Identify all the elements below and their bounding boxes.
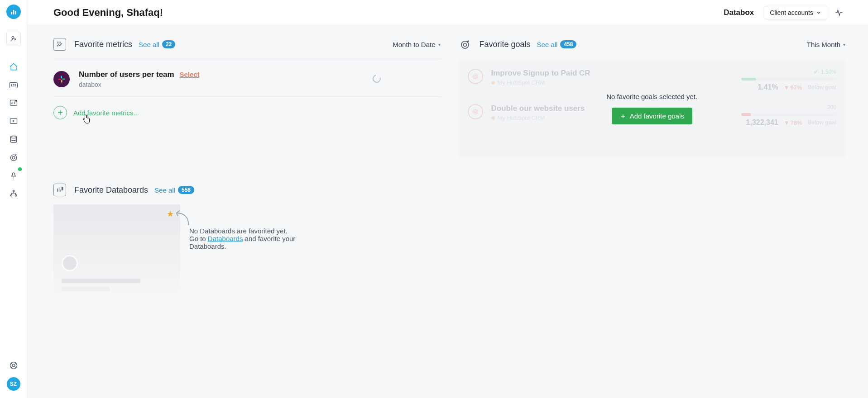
- plus-icon: [620, 113, 626, 119]
- svg-rect-0: [11, 12, 12, 14]
- svg-rect-26: [62, 187, 63, 188]
- curved-arrow-icon: [175, 207, 191, 227]
- topbar: Good Evening, Shafaq! Databox Client acc…: [27, 0, 868, 25]
- app-logo[interactable]: [6, 5, 21, 19]
- databoards-link[interactable]: Databoards: [208, 235, 243, 242]
- brand-name: Databox: [724, 8, 754, 17]
- client-account-select[interactable]: Client accounts: [764, 6, 827, 19]
- favorite-goals-period-label: This Month: [807, 41, 840, 48]
- svg-point-8: [10, 155, 16, 161]
- metrics-header-icon: 123: [56, 40, 64, 48]
- target-icon: [9, 153, 18, 162]
- databoard-placeholder-card[interactable]: ★: [53, 204, 180, 299]
- svg-rect-19: [58, 79, 61, 80]
- bar-chart-icon: [10, 8, 17, 15]
- favorite-metrics-period-select[interactable]: Month to Date ▾: [393, 41, 440, 48]
- favorite-databoards-see-all-label: See all: [154, 186, 175, 194]
- favorite-databoards-icon: [53, 184, 66, 196]
- svg-rect-16: [61, 76, 62, 79]
- sidebar-item-accounts[interactable]: [6, 32, 21, 46]
- star-icon: ★: [167, 209, 174, 219]
- database-icon: [9, 135, 18, 144]
- favorite-metrics-period-label: Month to Date: [393, 41, 435, 48]
- favorite-databoards-title: Favorite Databoards: [74, 185, 148, 195]
- databoards-empty-message: No Databoards are favorited yet. Go to D…: [189, 204, 325, 250]
- bell-icon: [9, 171, 18, 180]
- plus-circle-icon: +: [53, 106, 67, 119]
- svg-rect-27: [62, 189, 63, 190]
- lifebuoy-icon: [9, 361, 18, 370]
- user-avatar[interactable]: SZ: [7, 377, 20, 391]
- favorite-goals-icon: [459, 38, 471, 51]
- favorite-databoards-count: 558: [178, 186, 194, 194]
- main-content: 123 Favorite metrics See all 22 Month to…: [27, 25, 868, 398]
- pulse-icon: [834, 8, 844, 17]
- sidebar-item-metrics[interactable]: 123: [6, 78, 21, 92]
- add-favorite-metrics-button[interactable]: + Add favorite metrics...: [53, 106, 139, 119]
- user-transfer-icon: [10, 35, 18, 43]
- svg-text:123: 123: [57, 41, 61, 44]
- favorite-metrics-title: Favorite metrics: [74, 40, 132, 49]
- svg-point-11: [10, 195, 12, 196]
- add-favorite-goals-button[interactable]: Add favorite goals: [612, 108, 692, 124]
- svg-point-14: [12, 364, 15, 367]
- favorite-metrics-header: 123 Favorite metrics See all 22 Month to…: [53, 38, 441, 51]
- svg-point-10: [13, 190, 14, 192]
- org-chart-icon: [9, 189, 18, 198]
- svg-point-12: [15, 195, 16, 196]
- metrics-badge-icon: 123: [9, 82, 18, 88]
- metric-title: Number of users per team: [79, 70, 174, 79]
- slack-icon: [53, 71, 70, 87]
- svg-rect-2: [15, 11, 16, 14]
- favorite-goals-count: 458: [560, 40, 576, 48]
- svg-point-9: [12, 156, 15, 159]
- favorite-goals-empty-overlay: No favorite goals selected yet. Add favo…: [459, 59, 846, 158]
- play-screen-icon: [9, 117, 18, 126]
- favorite-databoards-see-all[interactable]: See all 558: [154, 186, 194, 194]
- sidebar-item-reports[interactable]: [6, 114, 21, 128]
- chart-grid-icon: [56, 186, 64, 194]
- favorite-goals-empty-text: No favorite goals selected yet.: [606, 93, 697, 100]
- favorite-goals-see-all-label: See all: [537, 41, 558, 48]
- chevron-down-icon: ▾: [843, 42, 845, 47]
- activity-button[interactable]: [833, 6, 845, 19]
- favorite-goals-title: Favorite goals: [480, 40, 531, 49]
- sidebar-item-databoards[interactable]: [6, 96, 21, 110]
- favorite-metrics-see-all[interactable]: See all 22: [139, 40, 175, 48]
- databoards-empty-line1: No Databoards are favorited yet.: [189, 227, 325, 235]
- sidebar-item-home[interactable]: [6, 60, 21, 74]
- target-icon: [460, 39, 470, 50]
- client-account-select-label: Client accounts: [770, 9, 813, 16]
- svg-point-3: [12, 37, 14, 39]
- sidebar: 123 SZ: [0, 0, 27, 398]
- add-favorite-goals-label: Add favorite goals: [630, 112, 684, 120]
- databoards-empty-line2a: Go to: [189, 235, 208, 242]
- loading-spinner-icon: [373, 75, 382, 84]
- svg-point-5: [15, 100, 17, 102]
- sidebar-item-team[interactable]: [6, 186, 21, 201]
- metric-source: databox: [79, 81, 200, 88]
- metric-select-link[interactable]: Select: [180, 71, 200, 78]
- chevron-down-icon: ▾: [438, 42, 441, 47]
- favorite-metrics-icon: 123: [53, 38, 66, 51]
- avatar-placeholder-icon: [62, 255, 78, 271]
- sidebar-item-notifications[interactable]: [6, 168, 21, 183]
- favorite-goals-period-select[interactable]: This Month ▾: [807, 41, 845, 48]
- svg-rect-17: [62, 79, 65, 80]
- add-favorite-metrics-label: Add favorite metrics...: [73, 109, 139, 117]
- favorite-goals-see-all[interactable]: See all 458: [537, 40, 577, 48]
- svg-rect-18: [61, 80, 62, 83]
- divider: [53, 59, 441, 59]
- favorite-goals-panel: Improve Signup to Paid CR My HubSpot CRM…: [459, 59, 846, 158]
- sidebar-item-help[interactable]: [6, 358, 21, 373]
- favorite-metrics-see-all-label: See all: [139, 41, 159, 48]
- sidebar-item-goals[interactable]: [6, 150, 21, 165]
- dashboard-gear-icon: [9, 99, 18, 108]
- favorite-goals-header: Favorite goals See all 458 This Month ▾: [459, 38, 846, 51]
- sidebar-item-data[interactable]: [6, 132, 21, 147]
- favorite-databoards-header: Favorite Databoards See all 558: [53, 184, 845, 196]
- svg-point-21: [463, 43, 466, 47]
- svg-rect-1: [13, 10, 14, 14]
- page-greeting: Good Evening, Shafaq!: [53, 7, 163, 19]
- metric-card[interactable]: Number of users per team Select databox: [53, 67, 441, 96]
